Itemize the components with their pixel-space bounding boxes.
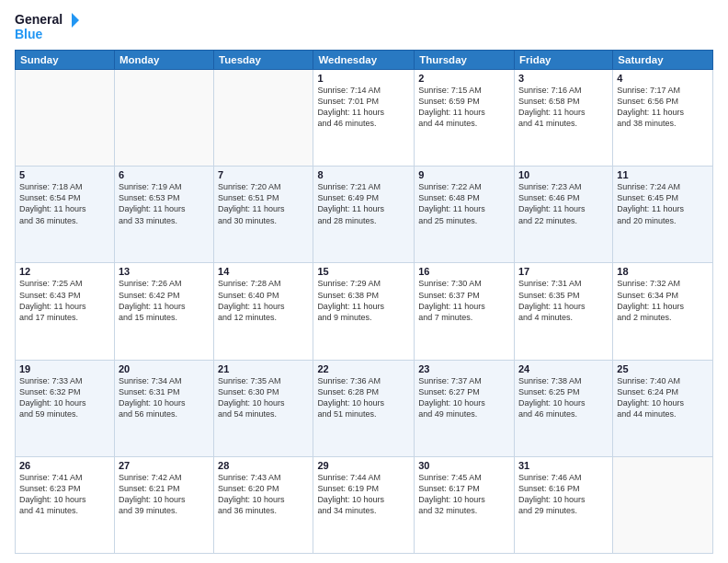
day-info: Sunrise: 7:35 AM Sunset: 6:30 PM Dayligh… xyxy=(218,375,309,420)
day-info: Sunrise: 7:37 AM Sunset: 6:27 PM Dayligh… xyxy=(418,375,510,420)
day-info: Sunrise: 7:42 AM Sunset: 6:21 PM Dayligh… xyxy=(119,472,210,517)
day-number: 16 xyxy=(418,266,510,277)
day-info: Sunrise: 7:19 AM Sunset: 6:53 PM Dayligh… xyxy=(119,181,210,226)
calendar-cell xyxy=(613,456,713,553)
day-info: Sunrise: 7:23 AM Sunset: 6:46 PM Dayligh… xyxy=(518,181,609,226)
calendar-cell: 13Sunrise: 7:26 AM Sunset: 6:42 PM Dayli… xyxy=(114,263,213,360)
calendar-cell: 6Sunrise: 7:19 AM Sunset: 6:53 PM Daylig… xyxy=(114,167,213,263)
day-number: 24 xyxy=(518,363,609,374)
calendar-cell: 31Sunrise: 7:46 AM Sunset: 6:16 PM Dayli… xyxy=(514,456,612,553)
day-info: Sunrise: 7:40 AM Sunset: 6:24 PM Dayligh… xyxy=(617,375,709,420)
day-number: 9 xyxy=(418,169,510,180)
calendar-cell: 8Sunrise: 7:21 AM Sunset: 6:49 PM Daylig… xyxy=(313,167,415,263)
day-number: 5 xyxy=(19,169,110,180)
week-row-2: 5Sunrise: 7:18 AM Sunset: 6:54 PM Daylig… xyxy=(16,167,713,263)
day-info: Sunrise: 7:44 AM Sunset: 6:19 PM Dayligh… xyxy=(317,472,410,517)
day-number: 29 xyxy=(317,460,410,471)
day-number: 1 xyxy=(317,73,410,84)
week-row-1: 1Sunrise: 7:14 AM Sunset: 7:01 PM Daylig… xyxy=(16,70,713,167)
calendar-cell: 9Sunrise: 7:22 AM Sunset: 6:48 PM Daylig… xyxy=(415,167,515,263)
day-number: 18 xyxy=(617,266,709,277)
header: General Blue xyxy=(15,9,713,44)
day-info: Sunrise: 7:22 AM Sunset: 6:48 PM Dayligh… xyxy=(418,181,510,226)
day-number: 27 xyxy=(119,460,210,471)
calendar-cell: 1Sunrise: 7:14 AM Sunset: 7:01 PM Daylig… xyxy=(313,70,415,167)
calendar-cell: 5Sunrise: 7:18 AM Sunset: 6:54 PM Daylig… xyxy=(16,167,115,263)
calendar-cell: 25Sunrise: 7:40 AM Sunset: 6:24 PM Dayli… xyxy=(613,360,713,456)
calendar-cell: 2Sunrise: 7:15 AM Sunset: 6:59 PM Daylig… xyxy=(415,70,515,167)
day-number: 6 xyxy=(119,169,210,180)
weekday-header-sunday: Sunday xyxy=(16,51,115,70)
calendar-table: SundayMondayTuesdayWednesdayThursdayFrid… xyxy=(15,50,713,554)
day-number: 7 xyxy=(218,169,309,180)
page: General Blue SundayMondayTuesdayWednesda… xyxy=(0,0,728,563)
week-row-3: 12Sunrise: 7:25 AM Sunset: 6:43 PM Dayli… xyxy=(16,263,713,360)
weekday-header-row: SundayMondayTuesdayWednesdayThursdayFrid… xyxy=(16,51,713,70)
weekday-header-thursday: Thursday xyxy=(415,51,515,70)
calendar-cell: 15Sunrise: 7:29 AM Sunset: 6:38 PM Dayli… xyxy=(313,263,415,360)
day-info: Sunrise: 7:17 AM Sunset: 6:56 PM Dayligh… xyxy=(617,85,709,130)
calendar-cell: 23Sunrise: 7:37 AM Sunset: 6:27 PM Dayli… xyxy=(415,360,515,456)
weekday-header-wednesday: Wednesday xyxy=(313,51,415,70)
day-number: 2 xyxy=(418,73,510,84)
day-info: Sunrise: 7:38 AM Sunset: 6:25 PM Dayligh… xyxy=(518,375,609,420)
calendar-cell: 3Sunrise: 7:16 AM Sunset: 6:58 PM Daylig… xyxy=(514,70,612,167)
calendar-cell: 11Sunrise: 7:24 AM Sunset: 6:45 PM Dayli… xyxy=(613,167,713,263)
day-info: Sunrise: 7:43 AM Sunset: 6:20 PM Dayligh… xyxy=(218,472,309,517)
calendar-cell xyxy=(214,70,313,167)
svg-marker-2 xyxy=(72,13,79,28)
day-number: 23 xyxy=(418,363,510,374)
calendar-cell: 16Sunrise: 7:30 AM Sunset: 6:37 PM Dayli… xyxy=(415,263,515,360)
calendar-cell: 22Sunrise: 7:36 AM Sunset: 6:28 PM Dayli… xyxy=(313,360,415,456)
day-info: Sunrise: 7:30 AM Sunset: 6:37 PM Dayligh… xyxy=(418,278,510,323)
day-number: 17 xyxy=(518,266,609,277)
logo-svg: General Blue xyxy=(15,9,79,44)
day-info: Sunrise: 7:36 AM Sunset: 6:28 PM Dayligh… xyxy=(317,375,410,420)
day-info: Sunrise: 7:45 AM Sunset: 6:17 PM Dayligh… xyxy=(418,472,510,517)
day-number: 13 xyxy=(119,266,210,277)
day-number: 26 xyxy=(19,460,110,471)
day-info: Sunrise: 7:33 AM Sunset: 6:32 PM Dayligh… xyxy=(19,375,110,420)
day-number: 22 xyxy=(317,363,410,374)
day-number: 31 xyxy=(518,460,609,471)
day-number: 12 xyxy=(19,266,110,277)
day-number: 19 xyxy=(19,363,110,374)
calendar-cell: 27Sunrise: 7:42 AM Sunset: 6:21 PM Dayli… xyxy=(114,456,213,553)
calendar-cell: 17Sunrise: 7:31 AM Sunset: 6:35 PM Dayli… xyxy=(514,263,612,360)
day-info: Sunrise: 7:46 AM Sunset: 6:16 PM Dayligh… xyxy=(518,472,609,517)
week-row-4: 19Sunrise: 7:33 AM Sunset: 6:32 PM Dayli… xyxy=(16,360,713,456)
day-info: Sunrise: 7:15 AM Sunset: 6:59 PM Dayligh… xyxy=(418,85,510,130)
day-info: Sunrise: 7:31 AM Sunset: 6:35 PM Dayligh… xyxy=(518,278,609,323)
day-number: 3 xyxy=(518,73,609,84)
day-info: Sunrise: 7:32 AM Sunset: 6:34 PM Dayligh… xyxy=(617,278,709,323)
day-number: 25 xyxy=(617,363,709,374)
calendar-cell: 7Sunrise: 7:20 AM Sunset: 6:51 PM Daylig… xyxy=(214,167,313,263)
calendar-cell: 4Sunrise: 7:17 AM Sunset: 6:56 PM Daylig… xyxy=(613,70,713,167)
day-info: Sunrise: 7:24 AM Sunset: 6:45 PM Dayligh… xyxy=(617,181,709,226)
calendar-cell: 18Sunrise: 7:32 AM Sunset: 6:34 PM Dayli… xyxy=(613,263,713,360)
calendar-cell: 28Sunrise: 7:43 AM Sunset: 6:20 PM Dayli… xyxy=(214,456,313,553)
day-info: Sunrise: 7:16 AM Sunset: 6:58 PM Dayligh… xyxy=(518,85,609,130)
day-number: 8 xyxy=(317,169,410,180)
calendar-cell: 14Sunrise: 7:28 AM Sunset: 6:40 PM Dayli… xyxy=(214,263,313,360)
day-number: 21 xyxy=(218,363,309,374)
svg-text:Blue: Blue xyxy=(15,27,43,41)
weekday-header-saturday: Saturday xyxy=(613,51,713,70)
calendar-cell: 30Sunrise: 7:45 AM Sunset: 6:17 PM Dayli… xyxy=(415,456,515,553)
calendar-cell xyxy=(114,70,213,167)
day-info: Sunrise: 7:28 AM Sunset: 6:40 PM Dayligh… xyxy=(218,278,309,323)
day-number: 20 xyxy=(119,363,210,374)
svg-text:General: General xyxy=(15,12,63,27)
day-info: Sunrise: 7:26 AM Sunset: 6:42 PM Dayligh… xyxy=(119,278,210,323)
weekday-header-monday: Monday xyxy=(114,51,213,70)
day-info: Sunrise: 7:34 AM Sunset: 6:31 PM Dayligh… xyxy=(119,375,210,420)
day-number: 10 xyxy=(518,169,609,180)
day-info: Sunrise: 7:29 AM Sunset: 6:38 PM Dayligh… xyxy=(317,278,410,323)
week-row-5: 26Sunrise: 7:41 AM Sunset: 6:23 PM Dayli… xyxy=(16,456,713,553)
day-number: 30 xyxy=(418,460,510,471)
day-info: Sunrise: 7:18 AM Sunset: 6:54 PM Dayligh… xyxy=(19,181,110,226)
logo: General Blue xyxy=(15,9,79,44)
day-number: 15 xyxy=(317,266,410,277)
calendar-cell: 29Sunrise: 7:44 AM Sunset: 6:19 PM Dayli… xyxy=(313,456,415,553)
calendar-cell: 26Sunrise: 7:41 AM Sunset: 6:23 PM Dayli… xyxy=(16,456,115,553)
